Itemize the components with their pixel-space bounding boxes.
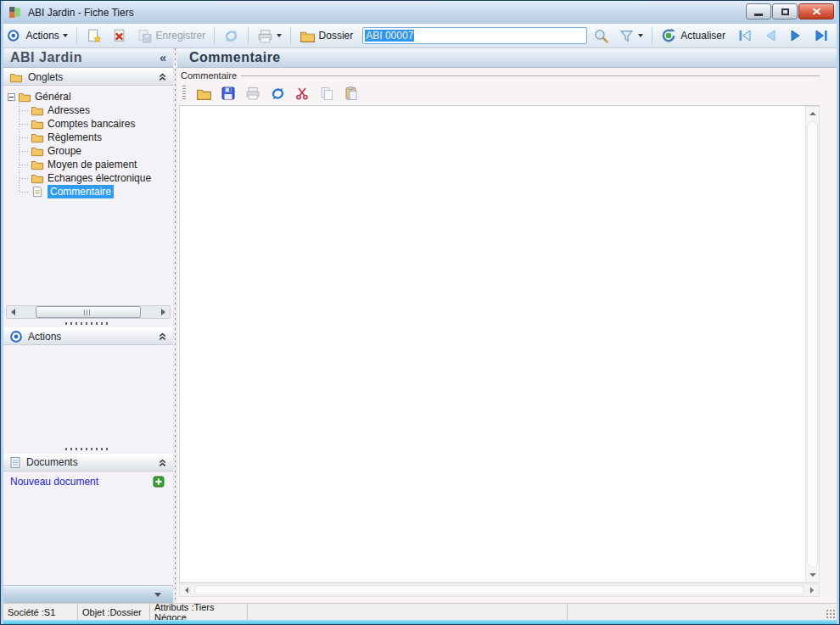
close-button[interactable] [798, 3, 834, 20]
filter-button[interactable] [615, 26, 647, 46]
toolbar-separator [290, 27, 291, 44]
document-icon [9, 456, 21, 469]
save-button[interactable]: Enregistrer [133, 26, 210, 46]
collapse-chevron-icon[interactable] [158, 72, 167, 81]
section-onglets-header[interactable]: Onglets [3, 68, 173, 86]
app-icon [8, 6, 21, 19]
tree-expand-toggle[interactable] [8, 93, 15, 101]
folder-icon [31, 131, 44, 143]
search-button[interactable] [590, 26, 613, 46]
tree-connector [20, 110, 29, 111]
refresh-comment-button[interactable] [268, 84, 287, 103]
collapse-chevron-icon[interactable] [158, 458, 167, 467]
thumb-grip-icon [84, 310, 92, 315]
record-search-input[interactable]: ABI 00007 [362, 27, 586, 44]
main-panel: Commentaire Commentaire [177, 48, 837, 603]
record-navigation [733, 26, 833, 45]
window-bottom-edge [3, 620, 837, 624]
add-document-button[interactable] [153, 476, 165, 488]
nav-previous-button[interactable] [759, 26, 782, 45]
tree-item-echanges-electronique[interactable]: Echanges électronique [8, 171, 173, 185]
tree-item-comptes-bancaires[interactable]: Comptes bancaires [8, 117, 173, 131]
tree-item-commentaire[interactable]: Commentaire [8, 185, 173, 198]
tree-item-moyen-de-paiement[interactable]: Moyen de paiement [8, 158, 173, 171]
filter-icon [619, 28, 635, 44]
print-button[interactable] [254, 26, 285, 46]
toolbar-separator [214, 27, 215, 44]
delete-record-icon [111, 28, 127, 44]
minimize-button[interactable] [746, 3, 771, 20]
splitter-handle[interactable] [3, 319, 173, 327]
nav-next-button[interactable] [784, 26, 808, 45]
record-search-value: ABI 00007 [365, 30, 414, 42]
save-comment-button[interactable] [219, 84, 238, 103]
copy-button[interactable] [317, 84, 336, 103]
toolbar-separator [76, 27, 77, 44]
scroll-left-arrow[interactable] [180, 587, 193, 594]
resize-grip[interactable] [825, 608, 835, 618]
section-documents-header[interactable]: Documents [3, 454, 173, 472]
dossier-button[interactable]: Dossier [296, 26, 357, 46]
filter-caret-icon [638, 34, 643, 37]
nav-first-button[interactable] [733, 26, 757, 45]
scrollbar-thumb[interactable] [807, 121, 818, 567]
section-actions-header[interactable]: Actions [3, 327, 173, 345]
folder-icon [9, 71, 23, 83]
splitter-dots-icon [65, 448, 111, 450]
delete-record-button[interactable] [108, 26, 131, 46]
maximize-button[interactable] [772, 3, 798, 20]
scroll-right-arrow[interactable] [157, 306, 170, 318]
window-titlebar: ABI Jardin - Fiche Tiers [3, 1, 837, 24]
vertical-scrollbar[interactable] [805, 106, 820, 583]
tree-connector [20, 124, 29, 125]
tree-item-groupe[interactable]: Groupe [8, 144, 173, 158]
printer-icon [245, 86, 260, 101]
scroll-down-arrow[interactable] [806, 568, 819, 582]
section-onglets-label: Onglets [28, 71, 153, 83]
copy-icon [319, 86, 334, 101]
print-comment-button[interactable] [244, 84, 262, 103]
open-button[interactable] [194, 84, 213, 103]
new-document-link[interactable]: Nouveau document [10, 476, 148, 488]
scroll-up-arrow[interactable] [806, 107, 819, 120]
scrollbar-thumb[interactable] [194, 585, 804, 595]
refresh-button[interactable] [220, 26, 243, 46]
collapse-chevron-icon[interactable] [158, 332, 167, 341]
paste-button[interactable] [342, 84, 361, 103]
folder-icon [31, 104, 44, 116]
page-icon [31, 186, 44, 198]
main-toolbar: Actions Enregistrer [3, 24, 837, 48]
scissors-icon [294, 86, 310, 101]
window-body: ABI Jardin « Onglets Général [3, 48, 837, 603]
horizontal-scrollbar[interactable] [179, 583, 820, 597]
scroll-left-arrow[interactable] [7, 306, 20, 318]
cut-button[interactable] [293, 84, 311, 103]
comment-textarea[interactable] [179, 106, 805, 583]
bullseye-icon [9, 330, 23, 343]
page-title: Commentaire [177, 48, 837, 68]
sidebar: ABI Jardin « Onglets Général [3, 48, 173, 603]
folder-icon [31, 172, 44, 184]
tree-item-general[interactable]: Général [8, 90, 173, 103]
sidebar-collapse-button[interactable]: « [160, 51, 166, 64]
scrollbar-track[interactable] [20, 306, 157, 318]
actualiser-button[interactable]: Actualiser [657, 25, 729, 46]
sidebar-horizontal-scrollbar[interactable] [6, 305, 171, 319]
tree-item-reglements[interactable]: Règlements [8, 131, 173, 144]
toolbar-drag-handle[interactable] [182, 86, 186, 101]
nav-last-button[interactable] [809, 26, 833, 45]
bullseye-icon [7, 27, 20, 44]
scroll-right-arrow[interactable] [805, 587, 819, 594]
scrollbar-thumb[interactable] [36, 306, 140, 318]
section-actions-label: Actions [28, 331, 153, 343]
save-label: Enregistrer [156, 30, 206, 42]
sidebar-bottom-bar[interactable] [3, 585, 173, 603]
tree-item-adresses[interactable]: Adresses [8, 103, 173, 117]
splitter-handle[interactable] [3, 445, 173, 454]
new-record-button[interactable] [82, 26, 105, 46]
search-icon [593, 28, 609, 44]
nav-next-icon [787, 28, 804, 43]
commentaire-groupbox: Commentaire [177, 68, 837, 603]
actions-menu-button[interactable]: Actions [22, 28, 70, 43]
tree-item-label: Règlements [48, 131, 102, 143]
